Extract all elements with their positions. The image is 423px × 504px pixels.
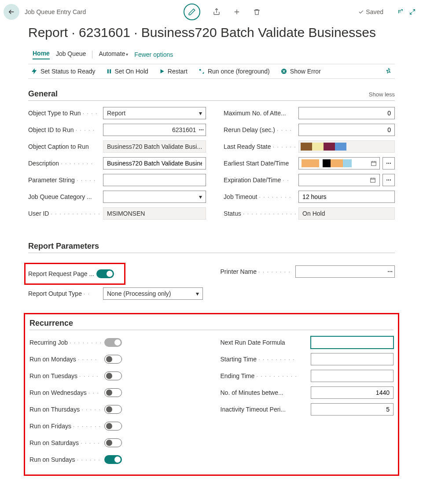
calendar-icon — [370, 177, 376, 183]
rerun-delay-input[interactable] — [298, 124, 395, 136]
label-last-ready: Last Ready State — [224, 143, 271, 150]
minutes-between-input[interactable] — [311, 386, 394, 399]
popout-icon — [397, 8, 404, 15]
delete-button[interactable] — [253, 8, 261, 16]
label-wed: Run on Wednesdays — [29, 389, 87, 396]
label-object-id: Object ID to Run — [28, 126, 74, 133]
lookup-icon[interactable]: ··· — [199, 126, 204, 133]
action-run-once[interactable]: Run once (foreground) — [198, 68, 270, 75]
label-sun: Run on Sundays — [29, 456, 75, 463]
label-status: Status — [224, 210, 241, 217]
lightning-icon — [31, 68, 38, 75]
tab-automate[interactable]: Automate▾ — [99, 50, 128, 59]
section-title-general: General — [28, 89, 58, 99]
share-icon — [213, 8, 221, 16]
recurring-toggle[interactable] — [104, 338, 122, 347]
last-ready-value — [298, 140, 395, 153]
status-value: On Hold — [298, 207, 395, 220]
trash-icon — [253, 8, 261, 16]
back-button[interactable] — [4, 4, 19, 20]
earliest-start-input[interactable] — [298, 157, 380, 169]
label-max-attempts: Maximum No. of Atte... — [224, 110, 298, 117]
run-icon — [198, 68, 205, 75]
svg-point-2 — [199, 69, 201, 70]
expand-icon — [409, 8, 416, 15]
user-id-value: MSIMONSEN — [103, 207, 206, 220]
sat-toggle[interactable] — [104, 438, 122, 447]
pause-icon — [106, 68, 112, 74]
label-output-type: Report Output Type — [28, 290, 82, 297]
calendar-icon — [371, 160, 377, 166]
label-description: Description — [28, 160, 59, 167]
inactivity-input[interactable] — [311, 403, 394, 416]
request-page-toggle[interactable] — [96, 269, 114, 278]
label-tue: Run on Tuesdays — [29, 372, 77, 379]
tue-toggle[interactable] — [104, 372, 122, 380]
show-less[interactable]: Show less — [369, 91, 395, 98]
fewer-options[interactable]: Fewer options — [134, 51, 173, 58]
section-general: General Show less Object Type to Run · ·… — [28, 89, 395, 224]
label-object-type: Object Type to Run — [28, 110, 81, 117]
section-report-params: Report Parameters Report Request Page ..… — [28, 242, 395, 304]
new-button[interactable] — [233, 8, 241, 16]
label-fri: Run on Fridays — [29, 423, 71, 430]
label-mon: Run on Mondays — [29, 356, 76, 363]
thu-toggle[interactable] — [104, 405, 122, 414]
fri-toggle[interactable] — [104, 422, 122, 430]
action-set-hold[interactable]: Set On Hold — [106, 68, 148, 75]
mon-toggle[interactable] — [104, 355, 122, 364]
description-input[interactable] — [103, 157, 206, 169]
action-show-error[interactable]: Show Error — [280, 68, 321, 75]
breadcrumb: Job Queue Entry Card — [25, 8, 86, 15]
max-attempts-input[interactable] — [298, 107, 395, 119]
page-title: Report · 6231601 · Business720 Batch Val… — [0, 20, 387, 42]
chevron-down-icon: ▾ — [199, 193, 202, 200]
sun-toggle[interactable] — [104, 455, 122, 464]
label-job-queue-cat: Job Queue Category ... — [28, 193, 103, 200]
check-icon — [358, 9, 364, 15]
action-restart[interactable]: Restart — [159, 68, 188, 75]
redacted-block — [302, 159, 352, 167]
pin-button[interactable] — [385, 68, 392, 75]
label-rerun-delay: Rerun Delay (sec.) — [224, 126, 275, 133]
svg-rect-5 — [371, 178, 375, 182]
plus-icon — [233, 8, 241, 16]
lookup-icon[interactable]: ··· — [387, 268, 393, 275]
printer-input[interactable]: ··· — [295, 265, 395, 278]
object-id-input[interactable]: 6231601 ··· — [103, 124, 206, 136]
job-queue-cat-select[interactable]: ▾ — [103, 191, 206, 203]
label-expiration: Expiration Date/Time — [224, 177, 281, 184]
assist-button[interactable]: ··· — [383, 174, 395, 186]
label-thu: Run on Thursdays — [29, 406, 80, 413]
job-timeout-input[interactable] — [298, 191, 395, 203]
object-type-select[interactable]: Report ▾ — [103, 107, 206, 119]
wed-toggle[interactable] — [104, 388, 122, 397]
starting-time-input[interactable] — [311, 353, 394, 365]
action-set-ready[interactable]: Set Status to Ready — [31, 68, 96, 75]
redacted-block — [301, 143, 346, 151]
tab-job-queue[interactable]: Job Queue — [56, 50, 86, 59]
pencil-icon — [188, 8, 196, 16]
section-recurrence-highlight: Recurrence Recurring Job · · · · · · · ·… — [24, 313, 399, 476]
edit-button[interactable] — [184, 4, 200, 20]
label-sat: Run on Saturdays — [29, 439, 79, 446]
label-request-page: Report Request Page ... — [28, 270, 96, 277]
label-job-timeout: Job Timeout — [224, 193, 257, 200]
ending-time-input[interactable] — [311, 370, 394, 382]
label-param-string: Parameter String — [28, 177, 75, 184]
output-type-select[interactable]: None (Processing only) ▾ — [103, 287, 203, 300]
tab-home[interactable]: Home — [33, 50, 50, 59]
popout-button[interactable] — [397, 8, 404, 15]
chevron-down-icon: ▾ — [199, 110, 202, 117]
label-object-caption: Object Caption to Run — [28, 143, 103, 150]
section-title-report-params: Report Parameters — [28, 242, 99, 251]
expiration-input[interactable] — [298, 174, 380, 186]
share-button[interactable] — [213, 8, 221, 16]
label-earliest-start: Earliest Start Date/Time — [224, 160, 298, 167]
next-run-input[interactable] — [311, 336, 394, 349]
expand-button[interactable] — [409, 8, 416, 15]
assist-button[interactable]: ··· — [383, 157, 395, 169]
parameter-string-input[interactable] — [103, 174, 206, 186]
label-minutes-between: No. of Minutes betwe... — [221, 389, 311, 396]
svg-rect-4 — [372, 161, 376, 165]
